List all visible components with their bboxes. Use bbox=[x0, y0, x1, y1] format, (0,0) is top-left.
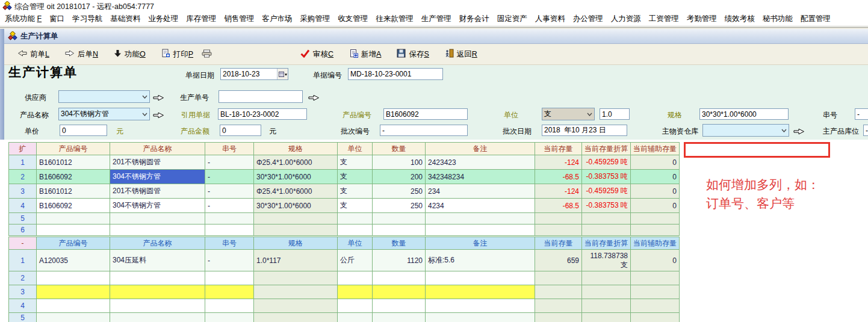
grid2-cell-r4-qty[interactable] bbox=[373, 299, 426, 313]
grid1-cell-r1-code[interactable]: B1601012 bbox=[37, 155, 110, 170]
spec-input[interactable] bbox=[699, 108, 789, 120]
grid1-cell-r2-serial[interactable]: - bbox=[205, 170, 254, 184]
grid2-cell-r4-name[interactable] bbox=[110, 299, 205, 313]
grid1-cell-r6-code[interactable] bbox=[37, 224, 110, 236]
grid1-cell-r1-qty[interactable]: 100 bbox=[373, 155, 426, 170]
grid2-cell-r2-aux[interactable] bbox=[631, 271, 680, 285]
product-name-combobox[interactable]: 304不锈钢方管 bbox=[58, 108, 150, 120]
prev-doc-button[interactable]: 前单L bbox=[17, 49, 49, 60]
grid2-cell-r1-name[interactable]: 304压延料 bbox=[110, 250, 205, 271]
save-button[interactable]: 保存S bbox=[397, 49, 429, 60]
next-doc-button[interactable]: 后单N bbox=[65, 49, 98, 60]
grid2-rownum-2[interactable]: 2 bbox=[9, 271, 37, 285]
grid2-rownum-5[interactable]: 5 bbox=[9, 313, 37, 322]
grid1-cell-r3-unit[interactable]: 支 bbox=[338, 184, 373, 199]
prod-order-input[interactable] bbox=[219, 90, 303, 103]
menu-item-8[interactable]: 采购管理 bbox=[300, 14, 330, 24]
new-button[interactable]: 新增A bbox=[349, 49, 381, 60]
grid2-cell-r1-aux[interactable]: 0 bbox=[631, 250, 680, 271]
grid2-cell-r1-note[interactable]: 标准:5.6 bbox=[426, 250, 535, 271]
grid1-cell-r4-qty[interactable]: 250 bbox=[373, 199, 426, 213]
grid1-cell-r1-note[interactable]: 2423423 bbox=[426, 155, 535, 170]
grid2-cell-r2-name[interactable] bbox=[110, 271, 205, 285]
grid2-cell-r1-conv[interactable]: 118.738738 支 bbox=[582, 250, 631, 271]
grid2-cell-r5-qty[interactable] bbox=[373, 313, 426, 322]
grid2-cell-r5-conv[interactable] bbox=[582, 313, 631, 322]
grid2-cell-r4-spec[interactable] bbox=[254, 299, 338, 313]
doc-date-field[interactable]: 2018-10-23 bbox=[220, 68, 288, 80]
grid1-cell-r6-qty[interactable] bbox=[373, 224, 426, 236]
grid1-cell-r3-qty[interactable]: 250 bbox=[373, 184, 426, 199]
menu-item-5[interactable]: 库存管理 bbox=[186, 14, 216, 24]
menu-item-16[interactable]: 人力资源 bbox=[611, 14, 641, 24]
grid1-cell-r5-code[interactable] bbox=[37, 213, 110, 224]
grid2-cell-r3-unit[interactable] bbox=[338, 285, 373, 299]
grid1-cell-r1-aux[interactable]: 0 bbox=[631, 155, 680, 170]
menu-item-11[interactable]: 生产管理 bbox=[421, 14, 451, 24]
grid1-cell-r4-name[interactable]: 304不锈钢方管 bbox=[110, 199, 205, 213]
grid1-cell-r6-note[interactable] bbox=[426, 224, 535, 236]
grid2-cell-r3-aux[interactable] bbox=[631, 285, 680, 299]
grid1-rownum-5[interactable]: 5 bbox=[9, 213, 37, 224]
grid2-cell-r1-serial[interactable]: - bbox=[205, 250, 254, 271]
grid1-cell-r2-unit[interactable]: 支 bbox=[338, 170, 373, 184]
grid2-cell-r4-code[interactable] bbox=[37, 299, 110, 313]
ref-doc-input[interactable] bbox=[218, 108, 307, 120]
warehouse-combobox[interactable] bbox=[702, 124, 789, 137]
grid1-rownum-2[interactable]: 2 bbox=[9, 170, 37, 184]
supplier-lookup-icon[interactable] bbox=[153, 93, 165, 101]
grid2-cell-r3-spec[interactable] bbox=[254, 285, 338, 299]
grid1-cell-r4-unit[interactable]: 支 bbox=[338, 199, 373, 213]
grid1-cell-r2-name[interactable]: 304不锈钢方管 bbox=[110, 170, 205, 184]
grid2-cell-r5-unit[interactable] bbox=[338, 313, 373, 322]
grid2-cell-r2-spec[interactable] bbox=[254, 271, 338, 285]
grid2-cell-r1-spec[interactable]: 1.0*117 bbox=[254, 250, 338, 271]
grid1-cell-r5-qty[interactable] bbox=[373, 213, 426, 224]
grid2-cell-r1-stock[interactable]: 659 bbox=[535, 250, 582, 271]
grid1-cell-r3-stock[interactable]: -124 bbox=[535, 184, 582, 199]
grid2-cell-r5-aux[interactable] bbox=[631, 313, 680, 322]
grid1-rownum-4[interactable]: 4 bbox=[9, 199, 37, 213]
batch-no-input[interactable] bbox=[380, 125, 468, 136]
grid2-cell-r3-note[interactable] bbox=[426, 285, 535, 299]
grid2-cell-r3-serial[interactable] bbox=[205, 285, 254, 299]
grid1-cell-r3-name[interactable]: 201不锈钢圆管 bbox=[110, 184, 205, 199]
grid1-cell-r6-conv[interactable] bbox=[582, 224, 631, 236]
grid2-cell-r1-unit[interactable]: 公斤 bbox=[338, 250, 373, 271]
grid2-cell-r1-code[interactable]: A120035 bbox=[37, 250, 110, 271]
grid2-cell-r3-qty[interactable] bbox=[373, 285, 426, 299]
grid2-cell-r2-serial[interactable] bbox=[205, 271, 254, 285]
grid1-cell-r1-conv[interactable]: -0.459259 吨 bbox=[582, 155, 631, 170]
grid2-cell-r4-note[interactable] bbox=[426, 299, 535, 313]
grid1-cell-r2-stock[interactable]: -68.5 bbox=[535, 170, 582, 184]
grid1-rownum-1[interactable]: 1 bbox=[9, 155, 37, 170]
grid1-cell-r2-spec[interactable]: 30*30*1.00*6000 bbox=[254, 170, 338, 184]
grid1-cell-r1-spec[interactable]: Φ25.4*1.00*6000 bbox=[254, 155, 338, 170]
grid1-cell-r5-stock[interactable] bbox=[535, 213, 582, 224]
grid2-cell-r3-stock[interactable] bbox=[535, 285, 582, 299]
grid1-cell-r3-aux[interactable]: 0 bbox=[631, 184, 680, 199]
grid1-cell-r6-serial[interactable] bbox=[205, 224, 254, 236]
price-input[interactable] bbox=[60, 125, 107, 136]
grid2-cell-r2-stock[interactable] bbox=[535, 271, 582, 285]
grid1-cell-r3-serial[interactable]: - bbox=[205, 184, 254, 199]
grid2-cell-r5-note[interactable] bbox=[426, 313, 535, 322]
grid2-cell-r2-qty[interactable] bbox=[373, 271, 426, 285]
menu-item-10[interactable]: 往来款管理 bbox=[376, 14, 414, 24]
menu-item-4[interactable]: 业务处理 bbox=[148, 14, 178, 24]
grid2-rownum-4[interactable]: 4 bbox=[9, 299, 37, 313]
grid1-cell-r3-code[interactable]: B1601012 bbox=[37, 184, 110, 199]
grid1-cell-r4-code[interactable]: B1606092 bbox=[37, 199, 110, 213]
audit-button[interactable]: 审核C bbox=[300, 49, 333, 60]
menu-item-21[interactable]: 配置管理 bbox=[801, 14, 831, 24]
supplier-combobox[interactable] bbox=[58, 90, 150, 103]
menu-item-20[interactable]: 秘书功能 bbox=[763, 14, 793, 24]
grid1-cell-r3-conv[interactable]: -0.459259 吨 bbox=[582, 184, 631, 199]
grid2-cell-r5-spec[interactable] bbox=[254, 313, 338, 322]
grid1-cell-r4-conv[interactable]: -0.383753 吨 bbox=[582, 199, 631, 213]
menu-item-3[interactable]: 基础资料 bbox=[110, 14, 140, 24]
menu-item-18[interactable]: 考勤管理 bbox=[687, 14, 717, 24]
menu-item-9[interactable]: 收支管理 bbox=[338, 14, 368, 24]
amount-input[interactable] bbox=[220, 125, 261, 136]
grid1-cell-r2-note[interactable]: 342348234 bbox=[426, 170, 535, 184]
